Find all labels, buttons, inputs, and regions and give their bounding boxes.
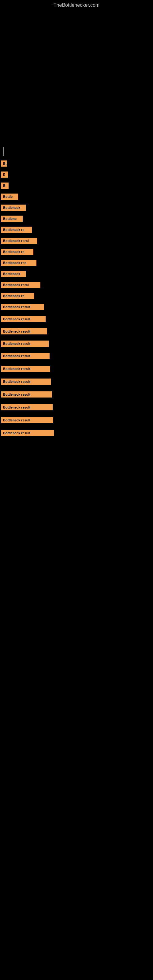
bar-row-2: E [0, 170, 153, 180]
bar-row-10: Bottleneck res [0, 258, 153, 268]
bottleneck-bar-21[interactable]: Bottleneck result [1, 391, 52, 398]
bar-row-8: Bottleneck resul [0, 236, 153, 246]
bottleneck-bar-1[interactable]: B [1, 161, 7, 167]
bar-row-16: Bottleneck result [0, 327, 153, 337]
bar-row-13: Bottleneck re [0, 291, 153, 301]
bottleneck-bar-5[interactable]: Bottleneck [1, 205, 26, 211]
bar-row-23: Bottleneck result [0, 416, 153, 426]
bottleneck-bar-18[interactable]: Bottleneck result [1, 353, 49, 359]
bottleneck-bar-7[interactable]: Bottleneck re [1, 227, 32, 233]
bar-row-20: Bottleneck result [0, 377, 153, 387]
bottleneck-bar-16[interactable]: Bottleneck result [1, 328, 47, 334]
bar-row-9: Bottleneck re [0, 247, 153, 257]
bar-row-12: Bottleneck resul [0, 280, 153, 290]
bar-row-3: B [0, 181, 153, 191]
bar-row-7: Bottleneck re [0, 225, 153, 235]
bar-row-21: Bottleneck result [0, 390, 153, 400]
bottleneck-bar-6[interactable]: Bottlene [1, 216, 22, 222]
bottleneck-bar-15[interactable]: Bottleneck result [1, 316, 46, 322]
bar-row-15: Bottleneck result [0, 315, 153, 325]
bottleneck-bar-4[interactable]: Bottle [1, 194, 18, 200]
bottleneck-bar-19[interactable]: Bottleneck result [1, 366, 50, 372]
bar-row-17: Bottleneck result [0, 339, 153, 349]
bar-row-11: Bottleneck [0, 269, 153, 279]
bottleneck-bar-9[interactable]: Bottleneck re [1, 249, 33, 255]
bar-row-19: Bottleneck result [0, 364, 153, 374]
bottleneck-bar-2[interactable]: E [1, 172, 8, 178]
bottleneck-bar-14[interactable]: Bottleneck result [1, 304, 44, 310]
bottleneck-bar-10[interactable]: Bottleneck res [1, 260, 37, 266]
bottleneck-bar-24[interactable]: Bottleneck result [1, 430, 54, 436]
bar-row-5: Bottleneck [0, 204, 153, 213]
main-chart-area [0, 9, 153, 156]
bottleneck-bar-8[interactable]: Bottleneck resul [1, 238, 37, 244]
bottleneck-bar-20[interactable]: Bottleneck result [1, 379, 51, 385]
site-header: TheBottlenecker.com [0, 0, 153, 9]
bottleneck-bar-22[interactable]: Bottleneck result [1, 404, 53, 410]
chart-indicator [3, 147, 4, 156]
bottleneck-bar-11[interactable]: Bottleneck [1, 271, 26, 277]
bar-row-22: Bottleneck result [0, 403, 153, 413]
bottleneck-bar-12[interactable]: Bottleneck resul [1, 282, 40, 288]
bar-row-24: Bottleneck result [0, 429, 153, 439]
bottleneck-bar-17[interactable]: Bottleneck result [1, 340, 49, 347]
bottleneck-bar-13[interactable]: Bottleneck re [1, 293, 34, 299]
bar-row-4: Bottle [0, 192, 153, 202]
bar-row-14: Bottleneck result [0, 302, 153, 312]
bar-row-18: Bottleneck result [0, 352, 153, 361]
site-title: TheBottlenecker.com [0, 0, 153, 9]
bar-row-1: B [0, 159, 153, 169]
bottleneck-bar-3[interactable]: B [1, 183, 9, 189]
bars-container: BEBBottleBottleneckBottleneBottleneck re… [0, 156, 153, 439]
bottleneck-bar-23[interactable]: Bottleneck result [1, 417, 53, 423]
bar-row-6: Bottlene [0, 215, 153, 224]
